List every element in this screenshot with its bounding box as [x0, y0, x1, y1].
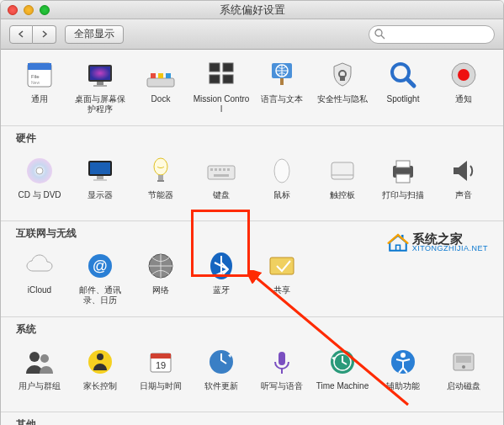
svg-rect-10 [147, 78, 174, 87]
pref-label: 鼠标 [273, 190, 290, 209]
pref-item-spotlight[interactable]: Spotlight [373, 53, 433, 119]
pref-label: 通用 [31, 94, 48, 113]
search-input[interactable] [369, 25, 495, 44]
pref-label: 节能器 [148, 190, 173, 209]
pref-label: 邮件、通讯录、日历 [72, 285, 129, 305]
svg-rect-8 [97, 82, 103, 85]
notifications-icon [447, 58, 480, 92]
section-hardware: 硬件 CD 与 DVD显示器节能器键盘鼠标触控板打印与扫描声音 [1, 126, 503, 221]
print-icon [386, 154, 420, 188]
section-header-internet: 互联网与无线 [1, 221, 503, 241]
pref-item-desktop[interactable]: 桌面与屏幕保护程序 [70, 53, 130, 119]
pref-label: 听写与语音 [261, 381, 303, 400]
pref-item-keyboard[interactable]: 键盘 [191, 149, 252, 214]
svg-rect-15 [223, 63, 233, 72]
cddvd-icon [23, 154, 56, 188]
pref-item-update[interactable]: 软件更新 [191, 340, 252, 405]
pref-item-displays[interactable]: 显示器 [70, 149, 130, 214]
pref-label: 语言与文本 [261, 94, 303, 113]
section-personal: FileNew通用桌面与屏幕保护程序DockMission Control语言与… [1, 50, 503, 126]
svg-rect-3 [28, 63, 51, 70]
svg-point-43 [274, 159, 289, 183]
pref-item-timemachine[interactable]: Time Machine [312, 340, 373, 405]
pref-item-dictation[interactable]: 听写与语音 [252, 340, 312, 405]
pref-item-sharing[interactable]: 共享 [252, 244, 312, 310]
search-icon [374, 29, 385, 40]
pref-label: 通知 [455, 94, 472, 113]
close-icon[interactable] [8, 5, 18, 15]
pref-item-language[interactable]: 语言与文本 [252, 53, 312, 119]
section-header-other: 其他 [1, 412, 503, 425]
pref-label: iCloud [28, 285, 51, 304]
datetime-icon: 19 [144, 345, 178, 379]
pref-item-mouse[interactable]: 鼠标 [252, 149, 312, 214]
pref-item-energy[interactable]: 节能器 [130, 149, 191, 214]
pref-label: 共享 [273, 285, 290, 304]
chevron-left-icon [18, 30, 25, 38]
pref-label: 打印与扫描 [382, 190, 424, 209]
svg-rect-62 [279, 352, 285, 365]
svg-rect-22 [340, 76, 345, 81]
svg-rect-35 [157, 180, 164, 182]
back-button[interactable] [9, 25, 33, 44]
svg-text:19: 19 [156, 360, 166, 370]
pref-item-bluetooth[interactable]: 蓝牙 [191, 244, 252, 310]
pref-item-mail[interactable]: @邮件、通讯录、日历 [70, 244, 130, 310]
svg-rect-14 [210, 63, 220, 72]
security-icon [326, 58, 359, 92]
language-icon [265, 58, 299, 92]
pref-item-trackpad[interactable]: 触控板 [312, 149, 373, 214]
svg-rect-36 [208, 166, 235, 179]
pref-item-sound[interactable]: 声音 [433, 149, 494, 214]
svg-rect-59 [151, 353, 171, 359]
pref-label: 用户与群组 [19, 381, 61, 400]
sound-icon [447, 154, 480, 188]
pref-item-general[interactable]: FileNew通用 [9, 53, 70, 119]
bluetooth-icon [204, 249, 238, 283]
svg-rect-20 [280, 78, 284, 85]
svg-rect-31 [97, 176, 103, 179]
pref-item-startup[interactable]: 启动磁盘 [433, 340, 494, 405]
pref-label: Spotlight [387, 94, 420, 113]
window-title: 系统偏好设置 [1, 3, 503, 18]
pref-item-print[interactable]: 打印与扫描 [373, 149, 433, 214]
energy-icon [144, 154, 178, 188]
pref-item-notifications[interactable]: 通知 [433, 53, 494, 119]
pref-item-network[interactable]: 网络 [130, 244, 191, 310]
dock-icon [144, 58, 178, 92]
pref-item-users[interactable]: 用户与群组 [9, 340, 70, 405]
zoom-icon[interactable] [40, 5, 50, 15]
pref-item-parental[interactable]: 家长控制 [70, 340, 130, 405]
pref-item-datetime[interactable]: 19日期与时间 [130, 340, 191, 405]
minimize-icon[interactable] [24, 5, 34, 15]
pref-item-icloud[interactable]: iCloud [9, 244, 70, 310]
search-wrap [369, 25, 495, 44]
pref-label: 触控板 [330, 190, 355, 209]
pref-item-accessibility[interactable]: 辅助功能 [373, 340, 433, 405]
content: FileNew通用桌面与屏幕保护程序DockMission Control语言与… [1, 50, 503, 425]
spotlight-icon [386, 58, 420, 92]
pref-label: 键盘 [213, 190, 230, 209]
forward-button[interactable] [33, 25, 56, 44]
pref-item-mission[interactable]: Mission Control [191, 53, 252, 119]
trackpad-icon [326, 154, 359, 188]
section-internet: 互联网与无线 iCloud@邮件、通讯录、日历网络蓝牙共享 [1, 221, 503, 317]
svg-text:File: File [31, 74, 40, 79]
pref-label: 显示器 [88, 190, 113, 209]
svg-rect-44 [332, 162, 353, 179]
chevron-right-icon [40, 30, 48, 38]
svg-rect-12 [158, 73, 163, 78]
pref-item-dock[interactable]: Dock [130, 53, 191, 119]
pref-label: Mission Control [193, 94, 250, 114]
svg-rect-69 [456, 356, 471, 363]
displays-icon [83, 154, 117, 188]
parental-icon [83, 345, 117, 379]
section-header-system: 系统 [1, 317, 503, 337]
svg-point-28 [36, 167, 43, 174]
section-system: 系统 用户与群组家长控制19日期与时间软件更新听写与语音Time Machine… [1, 317, 503, 412]
show-all-button[interactable]: 全部显示 [65, 25, 124, 44]
pref-item-security[interactable]: 安全性与隐私 [312, 53, 373, 119]
pref-item-cddvd[interactable]: CD 与 DVD [9, 149, 70, 214]
timemachine-icon [326, 345, 359, 379]
toolbar: 全部显示 [1, 19, 503, 50]
